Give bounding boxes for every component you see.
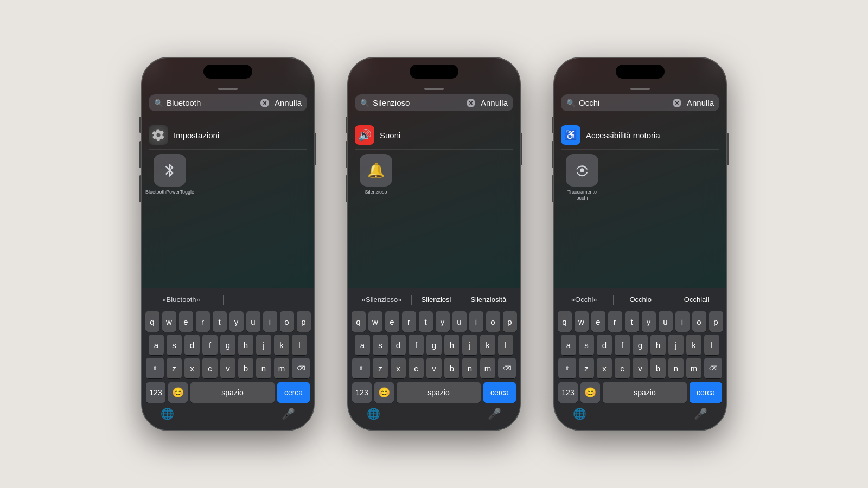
vol-silent-2[interactable] xyxy=(346,117,347,133)
key-emoji-2[interactable]: 😊 xyxy=(374,382,394,403)
key-2-shift[interactable]: ⇧ xyxy=(352,358,370,378)
autocomplete-item-1[interactable]: «Bluetooth» xyxy=(158,294,204,305)
search-input-2[interactable]: Silenzioso xyxy=(373,98,463,107)
key-2-c[interactable]: c xyxy=(409,358,424,378)
key-n[interactable]: n xyxy=(256,358,271,378)
search-clear-1[interactable] xyxy=(260,99,269,107)
key-3-shift[interactable]: ⇧ xyxy=(558,358,576,378)
key-2-r[interactable]: r xyxy=(402,311,416,332)
key-2-s[interactable]: s xyxy=(373,335,388,355)
search-input-1[interactable]: Bluetooth xyxy=(167,98,257,107)
key-3-g[interactable]: g xyxy=(633,335,648,355)
key-3-l[interactable]: l xyxy=(704,335,719,355)
globe-icon-2[interactable]: 🌐 xyxy=(367,407,380,420)
autocomplete-item-2-1[interactable]: «Silenzioso» xyxy=(358,294,406,305)
key-2-d[interactable]: d xyxy=(391,335,406,355)
vol-up-3[interactable] xyxy=(552,141,553,168)
key-k[interactable]: k xyxy=(274,335,289,355)
key-cerca-3[interactable]: cerca xyxy=(690,382,722,403)
autocomplete-item-3-3[interactable]: Occhiali xyxy=(680,294,713,305)
key-w[interactable]: w xyxy=(162,311,176,332)
key-2-t[interactable]: t xyxy=(419,311,433,332)
key-v[interactable]: v xyxy=(220,358,235,378)
search-bar-2[interactable]: 🔍 Silenzioso Annulla xyxy=(355,94,513,111)
power-button-2[interactable] xyxy=(521,133,522,165)
result-row-accessibility[interactable]: ♿ Accessibilità motoria xyxy=(561,121,719,150)
key-i[interactable]: i xyxy=(263,311,277,332)
key-2-m[interactable]: m xyxy=(480,358,495,378)
key-2-y[interactable]: y xyxy=(436,311,450,332)
key-delete[interactable]: ⌫ xyxy=(292,358,310,378)
autocomplete-item-3[interactable] xyxy=(289,298,298,301)
key-num-3[interactable]: 123 xyxy=(558,382,578,403)
key-c[interactable]: c xyxy=(202,358,218,378)
key-2-w[interactable]: w xyxy=(368,311,382,332)
key-2-a[interactable]: a xyxy=(355,335,370,355)
key-2-z[interactable]: z xyxy=(373,358,388,378)
key-3-y[interactable]: y xyxy=(642,311,656,332)
key-shift[interactable]: ⇧ xyxy=(146,358,164,378)
key-3-d[interactable]: d xyxy=(597,335,612,355)
key-s[interactable]: s xyxy=(167,335,182,355)
cancel-btn-3[interactable]: Annulla xyxy=(685,98,714,107)
cancel-btn-1[interactable]: Annulla xyxy=(272,98,302,107)
key-2-g[interactable]: g xyxy=(426,335,442,355)
key-g[interactable]: g xyxy=(220,335,235,355)
key-m[interactable]: m xyxy=(274,358,289,378)
key-3-a[interactable]: a xyxy=(561,335,576,355)
search-bar-1[interactable]: 🔍 Bluetooth Annulla xyxy=(149,94,307,111)
key-3-j[interactable]: j xyxy=(668,335,684,355)
key-t[interactable]: t xyxy=(213,311,227,332)
key-space-2[interactable]: spazio xyxy=(397,382,481,403)
key-2-v[interactable]: v xyxy=(426,358,442,378)
result-row-suoni[interactable]: 🔊 Suoni xyxy=(355,121,513,150)
key-3-b[interactable]: b xyxy=(650,358,666,378)
key-d[interactable]: d xyxy=(184,335,200,355)
vol-up-2[interactable] xyxy=(346,141,347,168)
key-h[interactable]: h xyxy=(238,335,253,355)
key-j[interactable]: j xyxy=(256,335,271,355)
key-b[interactable]: b xyxy=(238,358,253,378)
key-2-q[interactable]: q xyxy=(352,311,366,332)
key-cerca-2[interactable]: cerca xyxy=(483,382,516,403)
key-p[interactable]: p xyxy=(297,311,311,332)
cancel-btn-2[interactable]: Annulla xyxy=(478,98,508,107)
key-x[interactable]: x xyxy=(184,358,200,378)
key-3-o[interactable]: o xyxy=(692,311,706,332)
key-2-f[interactable]: f xyxy=(409,335,424,355)
key-3-i[interactable]: i xyxy=(675,311,690,332)
key-cerca-1[interactable]: cerca xyxy=(277,382,310,403)
shortcut-silenzioso[interactable]: 🔔 Silenzioso xyxy=(357,154,395,195)
autocomplete-item-2-3[interactable]: Silenziosità xyxy=(466,294,510,305)
power-button-3[interactable] xyxy=(727,133,729,165)
key-emoji-3[interactable]: 😊 xyxy=(580,382,600,403)
key-3-delete[interactable]: ⌫ xyxy=(704,358,722,378)
key-2-h[interactable]: h xyxy=(444,335,459,355)
key-3-f[interactable]: f xyxy=(615,335,630,355)
key-2-b[interactable]: b xyxy=(444,358,459,378)
mic-icon-3[interactable]: 🎤 xyxy=(694,407,707,420)
globe-icon-1[interactable]: 🌐 xyxy=(161,407,174,420)
key-2-delete[interactable]: ⌫ xyxy=(498,358,516,378)
key-3-x[interactable]: x xyxy=(597,358,612,378)
vol-down-1[interactable] xyxy=(139,175,141,202)
key-l[interactable]: l xyxy=(292,335,307,355)
key-3-c[interactable]: c xyxy=(615,358,630,378)
key-3-v[interactable]: v xyxy=(633,358,648,378)
key-3-u[interactable]: u xyxy=(659,311,673,332)
key-num-1[interactable]: 123 xyxy=(146,382,165,403)
key-3-q[interactable]: q xyxy=(558,311,572,332)
key-3-k[interactable]: k xyxy=(686,335,701,355)
result-row-settings[interactable]: Impostazioni xyxy=(149,121,307,150)
mic-icon-2[interactable]: 🎤 xyxy=(488,407,501,420)
key-e[interactable]: e xyxy=(179,311,193,332)
key-2-x[interactable]: x xyxy=(391,358,406,378)
vol-down-2[interactable] xyxy=(346,175,347,202)
key-3-e[interactable]: e xyxy=(591,311,605,332)
key-3-p[interactable]: p xyxy=(709,311,723,332)
key-space-1[interactable]: spazio xyxy=(190,382,275,403)
key-2-u[interactable]: u xyxy=(452,311,467,332)
key-3-s[interactable]: s xyxy=(579,335,594,355)
key-space-3[interactable]: spazio xyxy=(603,382,687,403)
search-clear-3[interactable] xyxy=(673,99,681,107)
